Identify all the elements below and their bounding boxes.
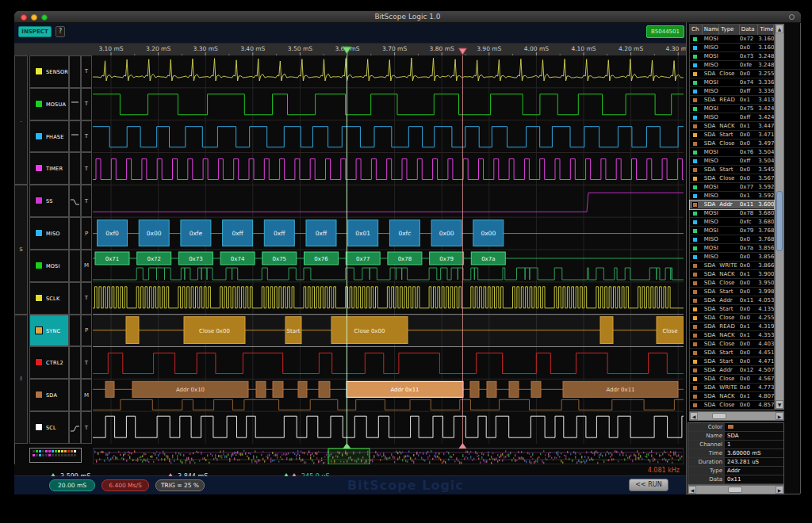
rise-edge-icon[interactable] xyxy=(69,411,81,444)
events-vertical-scrollbar[interactable]: ▲ ▼ xyxy=(775,24,784,410)
channel-item-sclk[interactable]: SCLK xyxy=(29,282,69,315)
event-row[interactable]: SDAClose0x04.857 xyxy=(690,401,774,410)
channel-color-swatch[interactable] xyxy=(35,229,43,237)
edge-icon-empty[interactable] xyxy=(69,315,81,347)
edge-icon-empty[interactable] xyxy=(69,152,81,185)
event-row[interactable]: MOSI0x733.248 xyxy=(690,52,774,61)
event-row[interactable]: SDAClose0x03.255 xyxy=(690,70,774,78)
event-row[interactable]: SDAWRITE0x04.773 xyxy=(690,384,774,392)
channel-color-swatch[interactable] xyxy=(35,326,43,334)
channel-group-.[interactable]: . xyxy=(14,55,28,185)
window-menu-icon[interactable] xyxy=(789,14,795,20)
channel-mode-ctrl2[interactable]: T xyxy=(81,346,92,379)
channel-mode-sda[interactable]: M xyxy=(81,379,92,411)
event-row[interactable]: MOSI0x7a3.856 xyxy=(690,244,774,253)
edge-icon-empty[interactable] xyxy=(69,55,81,88)
event-row[interactable]: MISO0x03.768 xyxy=(690,235,774,244)
time-axis[interactable]: 3.10 mS3.20 mS3.30 mS3.40 mS3.50 mS3.60 … xyxy=(14,44,686,55)
sda-block[interactable] xyxy=(298,381,307,397)
event-row[interactable]: SDAClose0x03.567 xyxy=(690,174,774,183)
event-row[interactable]: MISO0xff3.504 xyxy=(690,157,774,166)
detail-value[interactable]: 1 xyxy=(725,441,783,449)
event-row[interactable]: SDAWRITE0x03.866 xyxy=(690,262,774,270)
events-col-name[interactable]: Name xyxy=(703,25,720,35)
event-row[interactable]: SDAClose0x04.567 xyxy=(690,375,774,384)
edge-icon-empty[interactable] xyxy=(69,379,81,411)
scrollbar-thumb[interactable] xyxy=(728,487,742,493)
event-row[interactable]: SDAStart0x04.451 xyxy=(690,349,774,357)
event-row[interactable]: SDAClose0x03.497 xyxy=(690,139,774,148)
channel-item-miso[interactable]: MISO xyxy=(29,217,69,250)
sda-block[interactable] xyxy=(319,381,330,397)
sda-block[interactable] xyxy=(470,381,479,397)
scroll-up-icon[interactable]: ▲ xyxy=(776,25,783,33)
channel-color-swatch[interactable] xyxy=(35,132,43,140)
sync-block[interactable] xyxy=(126,317,139,344)
channel-color-swatch[interactable] xyxy=(35,197,43,204)
inspect-button[interactable]: INSPECT xyxy=(18,26,52,37)
event-row[interactable]: SDANACK0x14.807 xyxy=(690,392,774,401)
detail-value[interactable]: Addr xyxy=(725,467,783,475)
edge-icon-empty[interactable] xyxy=(69,282,81,315)
event-row[interactable]: MISO0xff3.336 xyxy=(690,87,774,96)
channel-mode-timer[interactable]: T xyxy=(81,152,92,185)
events-col-data[interactable]: Data xyxy=(740,25,759,35)
run-button[interactable]: << RUN xyxy=(629,479,668,491)
detail-value[interactable]: SDA xyxy=(725,432,783,440)
event-row[interactable]: SDAAddr0x114.053 xyxy=(690,296,774,305)
sda-block[interactable] xyxy=(256,381,266,397)
edge-icon-empty[interactable] xyxy=(69,217,81,250)
edge-icon-empty[interactable] xyxy=(69,346,81,379)
channel-mode-scl[interactable]: T xyxy=(81,411,92,444)
detail-value[interactable]: 243.281 uS xyxy=(725,458,783,466)
channel-mode-sync[interactable]: P xyxy=(81,315,92,347)
channel-item-mosi[interactable]: MOSI xyxy=(29,250,69,282)
event-row[interactable]: MISO0xfc3.680 xyxy=(690,218,774,227)
edge-icon-empty[interactable] xyxy=(69,250,81,282)
title-bar[interactable]: BitScope Logic 1.0 xyxy=(14,11,801,23)
event-row[interactable]: SDANACK0x13.447 xyxy=(690,122,774,131)
timebase-button[interactable]: 20.00 mS xyxy=(49,479,95,491)
event-row[interactable]: MISO0x03.856 xyxy=(690,253,774,262)
sda-block[interactable] xyxy=(105,381,114,397)
scrollbar-thumb[interactable] xyxy=(712,413,726,419)
sda-block[interactable] xyxy=(509,381,519,397)
event-row[interactable]: MOSI0x783.680 xyxy=(690,209,774,218)
event-row[interactable]: SDAAddr0x113.600 xyxy=(690,200,774,209)
events-col-ch[interactable]: Ch xyxy=(690,25,703,35)
channel-item-sensor[interactable]: SENSOR xyxy=(29,55,69,88)
event-row[interactable]: SDAREAD0x14.319 xyxy=(690,323,774,331)
event-row[interactable]: SDAClose0x03.950 xyxy=(690,279,774,288)
scroll-left-icon[interactable]: ◀ xyxy=(688,486,696,494)
high-edge-icon[interactable] xyxy=(69,88,81,120)
event-row[interactable]: MISO0x13.592 xyxy=(690,192,774,200)
channel-mode-phase[interactable]: T xyxy=(81,120,92,153)
event-row[interactable]: SDAAddr0x124.507 xyxy=(690,366,774,375)
detail-horizontal-scrollbar[interactable]: ◀ ▶ xyxy=(688,485,784,494)
event-row[interactable]: SDAClose0x04.255 xyxy=(690,314,774,323)
channel-color-swatch[interactable] xyxy=(35,100,43,108)
detail-value[interactable] xyxy=(725,423,783,431)
event-row[interactable]: SDAStart0x04.471 xyxy=(690,357,774,366)
event-row[interactable]: MISO0xff3.424 xyxy=(690,113,774,122)
high-edge-icon[interactable] xyxy=(69,120,81,153)
channel-item-mosua[interactable]: MOSUA xyxy=(29,88,69,120)
channel-color-swatch[interactable] xyxy=(35,423,43,431)
overview-minimap[interactable] xyxy=(93,442,684,464)
fall-edge-icon[interactable] xyxy=(69,185,81,217)
channel-color-swatch[interactable] xyxy=(35,164,43,172)
events-col-type[interactable]: Type xyxy=(719,25,740,35)
event-row[interactable]: MOSI0x753.424 xyxy=(690,105,774,113)
event-row[interactable]: SDAStart0x04.135 xyxy=(690,305,774,314)
channel-mode-mosi[interactable]: M xyxy=(81,250,92,282)
channel-color-swatch[interactable] xyxy=(35,391,43,399)
channel-mode-miso[interactable]: P xyxy=(81,217,92,250)
channel-mode-mosua[interactable]: T xyxy=(81,88,92,120)
help-button[interactable]: ? xyxy=(56,26,65,37)
event-row[interactable]: MOSI0x793.768 xyxy=(690,227,774,235)
channel-item-ss[interactable]: SS xyxy=(29,185,69,217)
event-row[interactable]: MOSI0x743.336 xyxy=(690,78,774,87)
detail-value[interactable]: 0x11 xyxy=(725,475,783,483)
sda-block[interactable] xyxy=(487,381,496,397)
channel-item-sda[interactable]: SDA xyxy=(29,379,69,411)
